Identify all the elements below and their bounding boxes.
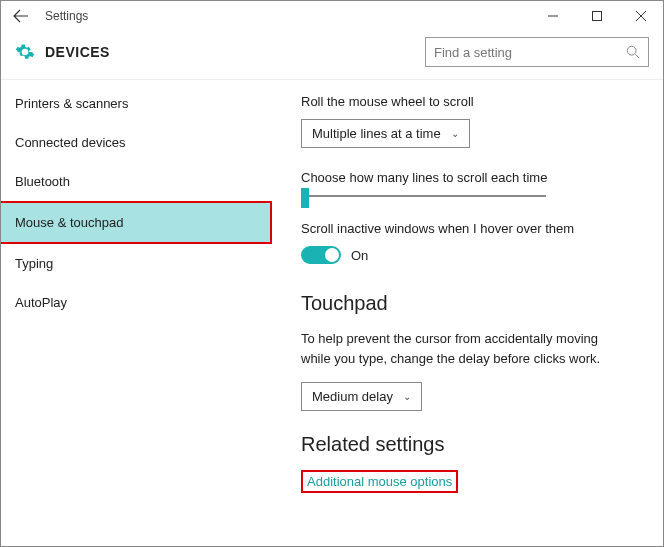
scroll-mode-dropdown[interactable]: Multiple lines at a time ⌄: [301, 119, 470, 148]
close-button[interactable]: [619, 1, 663, 31]
sidebar: Printers & scanners Connected devices Bl…: [1, 80, 273, 546]
window-controls: [531, 1, 663, 31]
slider-thumb[interactable]: [301, 188, 309, 208]
chevron-down-icon: ⌄: [403, 391, 411, 402]
touchpad-delay-dropdown[interactable]: Medium delay ⌄: [301, 382, 422, 411]
back-arrow-icon: [13, 8, 29, 24]
search-placeholder: Find a setting: [434, 45, 626, 60]
window-title: Settings: [45, 9, 88, 23]
slider-track: [301, 195, 546, 197]
touchpad-delay-value: Medium delay: [312, 389, 393, 404]
related-settings-heading: Related settings: [301, 433, 643, 456]
sidebar-item-bluetooth[interactable]: Bluetooth: [1, 162, 273, 201]
header-row: DEVICES Find a setting: [1, 31, 663, 79]
svg-rect-1: [593, 12, 602, 21]
sidebar-item-typing[interactable]: Typing: [1, 244, 273, 283]
titlebar: Settings: [1, 1, 663, 31]
sidebar-item-mouse-touchpad[interactable]: Mouse & touchpad: [1, 201, 272, 244]
minimize-icon: [548, 11, 558, 21]
lines-label: Choose how many lines to scroll each tim…: [301, 170, 643, 185]
sidebar-item-printers[interactable]: Printers & scanners: [1, 84, 273, 123]
scroll-mode-value: Multiple lines at a time: [312, 126, 441, 141]
settings-window: Settings DEVICES Find a setting Printers…: [0, 0, 664, 547]
search-icon: [626, 45, 640, 59]
body: Printers & scanners Connected devices Bl…: [1, 79, 663, 546]
inactive-windows-label: Scroll inactive windows when I hover ove…: [301, 221, 643, 236]
back-button[interactable]: [1, 1, 41, 31]
toggle-knob: [325, 248, 339, 262]
sidebar-item-connected-devices[interactable]: Connected devices: [1, 123, 273, 162]
touchpad-heading: Touchpad: [301, 292, 643, 315]
scroll-mode-label: Roll the mouse wheel to scroll: [301, 94, 643, 109]
close-icon: [636, 11, 646, 21]
sidebar-item-autoplay[interactable]: AutoPlay: [1, 283, 273, 322]
gear-icon: [15, 42, 35, 62]
additional-mouse-options-link[interactable]: Additional mouse options: [301, 470, 458, 493]
svg-line-5: [635, 54, 639, 58]
chevron-down-icon: ⌄: [451, 128, 459, 139]
search-input[interactable]: Find a setting: [425, 37, 649, 67]
inactive-windows-toggle[interactable]: [301, 246, 341, 264]
maximize-icon: [592, 11, 602, 21]
content-pane: Roll the mouse wheel to scroll Multiple …: [273, 80, 663, 546]
svg-point-4: [627, 46, 636, 55]
touchpad-description: To help prevent the cursor from accident…: [301, 329, 601, 368]
maximize-button[interactable]: [575, 1, 619, 31]
inactive-windows-state: On: [351, 248, 368, 263]
minimize-button[interactable]: [531, 1, 575, 31]
lines-slider[interactable]: [301, 195, 546, 197]
page-title: DEVICES: [45, 44, 110, 60]
